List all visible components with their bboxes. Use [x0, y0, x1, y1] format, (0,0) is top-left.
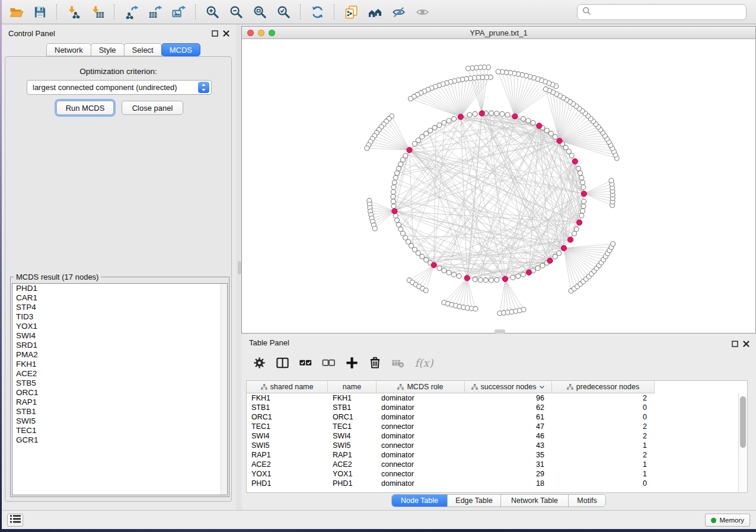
network-node[interactable]: [396, 222, 401, 227]
table-row[interactable]: ORC1ORC1dominator610: [247, 412, 655, 422]
network-node[interactable]: [505, 113, 510, 117]
table-row[interactable]: PHD1PHD1dominator180: [247, 479, 655, 488]
network-node[interactable]: [392, 180, 397, 185]
network-node[interactable]: [511, 275, 515, 280]
hide-selected-button[interactable]: [387, 2, 410, 22]
network-node[interactable]: [457, 274, 461, 278]
table-row[interactable]: RAP1RAP1dominator352: [247, 450, 655, 460]
column-header-predecessor-nodes[interactable]: predecessor nodes: [552, 381, 655, 393]
column-header-shared-name[interactable]: shared name: [247, 381, 328, 393]
network-node[interactable]: [442, 120, 446, 125]
network-node[interactable]: [412, 142, 417, 146]
network-node[interactable]: [391, 185, 396, 190]
tab-node-table[interactable]: Node Table: [392, 495, 448, 507]
network-node[interactable]: [543, 86, 548, 91]
export-network-button[interactable]: [120, 2, 142, 22]
tab-network-table[interactable]: Network Table: [501, 495, 569, 507]
network-node[interactable]: [611, 242, 615, 246]
mcds-result-item[interactable]: TEC1: [12, 426, 227, 435]
mcds-result-item[interactable]: PMA2: [12, 350, 227, 360]
refresh-view-button[interactable]: [306, 2, 328, 22]
network-node[interactable]: [473, 277, 477, 282]
zoom-in-button[interactable]: [201, 2, 224, 22]
network-node[interactable]: [401, 158, 406, 162]
table-row[interactable]: STB1STB1dominator620: [247, 403, 655, 412]
table-scrollbar[interactable]: [738, 393, 747, 492]
mcds-node[interactable]: [502, 276, 508, 281]
float-panel-icon[interactable]: [212, 30, 218, 37]
network-node[interactable]: [473, 306, 478, 311]
network-node[interactable]: [395, 218, 400, 223]
network-node[interactable]: [553, 134, 557, 139]
mcds-result-item[interactable]: YOX1: [12, 322, 227, 331]
network-node[interactable]: [446, 118, 451, 123]
tab-motifs[interactable]: Motifs: [569, 495, 605, 507]
mcds-result-item[interactable]: ORC1: [12, 388, 227, 398]
tab-style[interactable]: Style: [91, 43, 125, 56]
network-node[interactable]: [416, 251, 420, 255]
mcds-result-item[interactable]: SWI5: [12, 416, 227, 426]
network-node[interactable]: [437, 266, 442, 271]
mcds-result-item[interactable]: GCR1: [12, 435, 227, 445]
tab-mcds[interactable]: MCDS: [161, 43, 200, 56]
mcds-node[interactable]: [581, 191, 586, 197]
tab-edge-table[interactable]: Edge Table: [448, 495, 501, 507]
save-session-button[interactable]: [28, 2, 51, 22]
table-row[interactable]: TEC1TEC1connector472: [247, 422, 655, 431]
network-canvas[interactable]: [242, 39, 755, 333]
mcds-result-item[interactable]: STB5: [12, 379, 227, 388]
network-window-titlebar[interactable]: YPA_prune.txt_1: [242, 27, 755, 39]
mcds-node[interactable]: [458, 114, 463, 120]
mcds-result-item[interactable]: SWI4: [12, 331, 227, 341]
network-node[interactable]: [572, 231, 577, 236]
tab-select[interactable]: Select: [124, 43, 162, 56]
network-node[interactable]: [609, 178, 614, 183]
network-node[interactable]: [401, 231, 406, 236]
network-node[interactable]: [544, 128, 549, 133]
mcds-node[interactable]: [572, 159, 578, 164]
table-scrollbar-thumb[interactable]: [740, 396, 746, 448]
mcds-node[interactable]: [407, 148, 412, 153]
network-node[interactable]: [581, 204, 586, 209]
mcds-node[interactable]: [526, 270, 531, 275]
mcds-result-item[interactable]: TID3: [12, 312, 227, 322]
network-node[interactable]: [521, 117, 525, 121]
mcds-node[interactable]: [557, 138, 562, 143]
network-node[interactable]: [393, 175, 398, 180]
column-header-successor-nodes[interactable]: successor nodes: [465, 381, 552, 393]
network-node[interactable]: [569, 153, 574, 158]
network-node[interactable]: [391, 190, 395, 194]
mcds-node[interactable]: [512, 114, 518, 119]
select-all-rows-button[interactable]: [296, 352, 314, 373]
network-node[interactable]: [500, 111, 505, 116]
mcds-result-item[interactable]: PHD1: [12, 284, 227, 293]
network-node[interactable]: [579, 213, 584, 218]
table-row[interactable]: FKH1FKH1dominator962: [247, 393, 655, 403]
status-menu-button[interactable]: [7, 514, 23, 527]
network-node[interactable]: [391, 204, 396, 209]
table-row[interactable]: SWI5SWI5connector431: [247, 441, 655, 450]
network-node[interactable]: [489, 111, 494, 116]
table-row[interactable]: ACE2ACE2connector311: [247, 460, 655, 469]
network-node[interactable]: [391, 199, 395, 204]
mcds-result-item[interactable]: STB1: [12, 407, 227, 416]
mcds-node[interactable]: [547, 258, 553, 263]
table-settings-button[interactable]: [250, 352, 268, 373]
network-node[interactable]: [420, 254, 425, 259]
network-node[interactable]: [395, 171, 400, 175]
export-table-button[interactable]: [143, 2, 166, 22]
mcds-result-item[interactable]: ACE2: [12, 369, 227, 379]
mcds-node[interactable]: [479, 111, 484, 116]
network-node[interactable]: [409, 97, 413, 101]
network-node[interactable]: [473, 111, 477, 116]
network-node[interactable]: [495, 111, 499, 116]
network-node[interactable]: [403, 235, 408, 240]
mcds-result-item[interactable]: RAP1: [12, 398, 227, 407]
run-mcds-button[interactable]: Run MCDS: [56, 101, 114, 115]
open-file-button[interactable]: [5, 2, 27, 22]
add-column-button[interactable]: [343, 352, 361, 373]
memory-button[interactable]: Memory: [705, 514, 750, 527]
column-header-name[interactable]: name: [328, 381, 377, 393]
criterion-select[interactable]: largest connected component (undirected): [27, 80, 212, 95]
network-node[interactable]: [489, 278, 494, 283]
